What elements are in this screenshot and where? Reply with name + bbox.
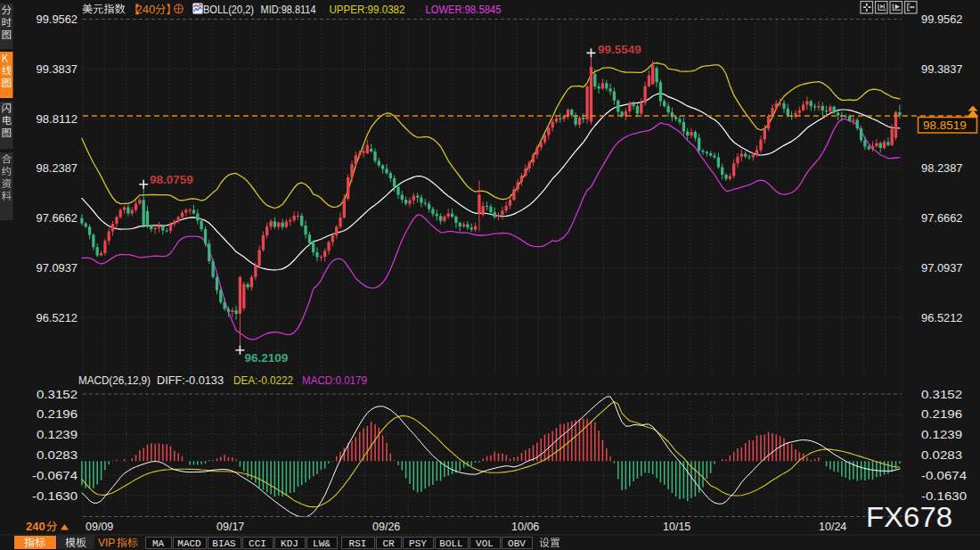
svg-text:99.9562: 99.9562 (921, 12, 963, 26)
svg-text:99.3837: 99.3837 (37, 62, 78, 76)
svg-text:-0.0674: -0.0674 (32, 469, 78, 482)
svg-text:99.5549: 99.5549 (598, 43, 641, 56)
svg-text:MACD:0.0179: MACD:0.0179 (302, 374, 367, 387)
svg-text:96.2109: 96.2109 (245, 351, 289, 365)
svg-text:0.0283: 0.0283 (37, 448, 78, 462)
svg-text:97.0937: 97.0937 (37, 261, 78, 275)
svg-text:0.1239: 0.1239 (37, 428, 78, 441)
svg-text:BOLL: BOLL (439, 538, 462, 549)
svg-text:0.3152: 0.3152 (37, 388, 78, 401)
svg-text:0.2196: 0.2196 (37, 407, 78, 421)
svg-text:09/26: 09/26 (372, 521, 400, 533)
svg-text:MACD: MACD (177, 538, 201, 549)
svg-text:98.2387: 98.2387 (37, 161, 78, 175)
svg-text:CR: CR (382, 538, 395, 549)
svg-text:DIFF:-0.0133: DIFF:-0.0133 (157, 374, 224, 387)
svg-text:96.5212: 96.5212 (37, 311, 78, 324)
svg-text:MA: MA (152, 538, 165, 549)
svg-text:0.2196: 0.2196 (921, 407, 962, 421)
svg-text:CCI: CCI (249, 538, 266, 549)
svg-text:97.0937: 97.0937 (921, 261, 963, 275)
svg-text:240: 240 (136, 3, 156, 16)
svg-text:99.3837: 99.3837 (921, 62, 963, 76)
svg-text:09/17: 09/17 (216, 521, 244, 533)
svg-text:-0.0674: -0.0674 (921, 469, 967, 482)
svg-text:-0.1630: -0.1630 (32, 489, 78, 503)
svg-text:10/15: 10/15 (663, 521, 690, 533)
svg-text:FX678: FX678 (866, 501, 952, 533)
svg-text:VOL: VOL (476, 538, 494, 549)
svg-text:VIP: VIP (98, 537, 115, 549)
svg-text:MACD(26,12,9): MACD(26,12,9) (78, 374, 151, 387)
svg-text:KDJ: KDJ (281, 538, 298, 549)
svg-text:97.6662: 97.6662 (37, 211, 78, 225)
svg-text:PSY: PSY (409, 538, 427, 549)
svg-text:DEA:-0.0222: DEA:-0.0222 (233, 374, 293, 387)
svg-text:09/09: 09/09 (86, 521, 113, 533)
svg-text:0.1239: 0.1239 (921, 428, 962, 441)
svg-text:BIAS: BIAS (212, 538, 236, 549)
svg-text:0.3152: 0.3152 (921, 388, 962, 401)
svg-text:UPPER:99.0382: UPPER:99.0382 (330, 4, 405, 16)
svg-text:RSI: RSI (349, 538, 367, 549)
svg-text:240: 240 (26, 520, 45, 533)
svg-text:LOWER:98.5845: LOWER:98.5845 (426, 4, 502, 16)
svg-text:10/24: 10/24 (819, 521, 846, 533)
svg-text:96.5212: 96.5212 (921, 311, 963, 324)
svg-text:98.8112: 98.8112 (37, 112, 78, 126)
svg-text:10/06: 10/06 (511, 521, 539, 533)
svg-text:98.2387: 98.2387 (921, 161, 963, 175)
svg-text:0.0283: 0.0283 (921, 448, 962, 462)
svg-text:98.8519: 98.8519 (923, 119, 967, 132)
svg-text:BOLL(20,2): BOLL(20,2) (203, 4, 254, 16)
svg-text:99.9562: 99.9562 (37, 12, 78, 26)
svg-text:98.0759: 98.0759 (150, 173, 193, 186)
svg-text:OBV: OBV (508, 538, 526, 549)
svg-text:MID:98.8114: MID:98.8114 (261, 4, 316, 16)
svg-text:LW&: LW& (313, 538, 331, 549)
svg-text:97.6662: 97.6662 (921, 211, 963, 225)
